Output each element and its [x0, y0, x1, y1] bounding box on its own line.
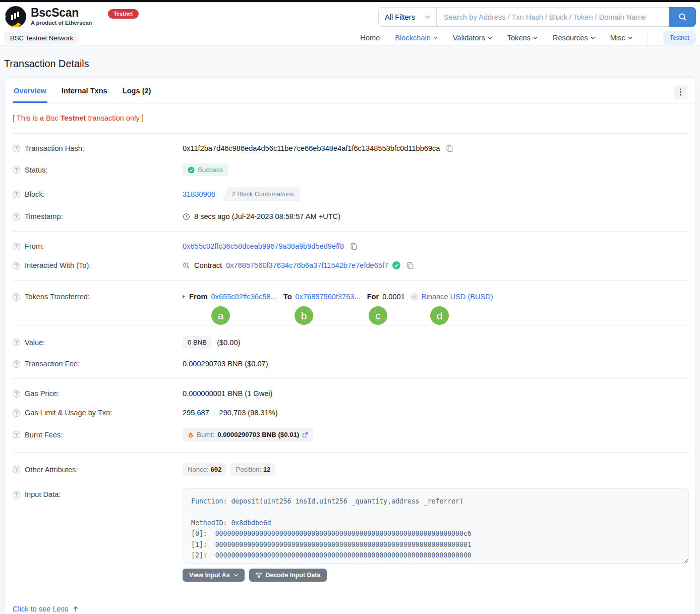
- help-icon[interactable]: [13, 491, 20, 498]
- help-icon[interactable]: [13, 293, 20, 301]
- help-icon[interactable]: [13, 166, 20, 174]
- position-label: Position:: [236, 466, 261, 473]
- nav-item-label: Misc: [610, 34, 625, 42]
- nav-item-label: Validators: [453, 34, 485, 42]
- brand-subtitle: A product of Etherscan: [31, 20, 92, 26]
- row-from: From: 0x655c02ffc36c58dceab99679a38a9b9d…: [13, 237, 687, 256]
- transaction-hash-value: 0x11f2ba7d46c986eda4d56c11be7ce66eb348e4…: [183, 144, 440, 152]
- zoom-in-icon[interactable]: [183, 262, 190, 269]
- nav-item-label: Tokens: [507, 34, 531, 42]
- nav-divider: [648, 31, 648, 44]
- more-options-button[interactable]: [674, 85, 687, 99]
- nonce-value: 692: [210, 466, 221, 473]
- nav-item-label: Home: [360, 34, 380, 42]
- page-title: Transaction Details: [4, 58, 696, 70]
- row-status: Status: Success: [13, 158, 687, 182]
- gas-price-value: 0.000000001 BNB (1 Gwei): [183, 389, 272, 398]
- brand[interactable]: BscScan A product of Etherscan Testnet: [5, 6, 139, 27]
- check-circle-icon: [188, 166, 195, 174]
- arrow-up-icon: [73, 606, 79, 612]
- row-label-text: Transaction Fee:: [25, 360, 80, 368]
- from-address-link[interactable]: 0x655c02ffc36c58dceab99679a38a9b9d5ed9ef…: [183, 242, 344, 250]
- tab-overview[interactable]: Overview: [13, 85, 47, 103]
- nav-item-tokens[interactable]: Tokens: [507, 34, 538, 42]
- network-button[interactable]: BSC Testnet Network: [4, 32, 79, 44]
- help-icon[interactable]: [13, 431, 20, 438]
- row-label-text: Interacted With (To):: [25, 261, 91, 269]
- chevron-down-icon: [628, 36, 632, 39]
- brand-text: BscScan A product of Etherscan: [31, 6, 92, 26]
- help-icon[interactable]: [13, 262, 20, 269]
- help-icon[interactable]: [13, 191, 20, 198]
- row-label-text: Tokens Transferred:: [25, 293, 90, 301]
- row-interacted-with: Interacted With (To): Contract 0x7685756…: [13, 256, 687, 275]
- help-icon[interactable]: [13, 213, 20, 220]
- filter-dropdown[interactable]: All Filters: [379, 8, 437, 26]
- help-icon[interactable]: [13, 409, 20, 417]
- contract-address-link[interactable]: 0x76857560f37634c76b6a37f11542b7e7efde65…: [226, 261, 388, 269]
- input-data-textarea[interactable]: Function: deposit(uint256 insId,uint256 …: [183, 488, 689, 564]
- search-button[interactable]: [669, 7, 696, 27]
- nav-item-label: Resources: [553, 34, 588, 42]
- nav-item-blockchain[interactable]: Blockchain: [395, 34, 438, 42]
- tab-logs[interactable]: Logs (2): [122, 85, 152, 103]
- value-bnb-chip: 0 BNB: [183, 336, 212, 349]
- help-icon[interactable]: [13, 145, 20, 152]
- help-icon[interactable]: [13, 339, 20, 346]
- row-value: Value: 0 BNB ($0.00): [13, 330, 687, 354]
- section-gas: Gas Price: 0.000000001 BNB (1 Gwei) Gas …: [13, 379, 687, 453]
- token-name-link[interactable]: Binance USD (BUSD): [422, 293, 493, 301]
- section-other: Other Attributes: Nonce: 692 Position: 1…: [13, 453, 687, 595]
- nav-item-misc[interactable]: Misc: [610, 34, 632, 42]
- see-less-link[interactable]: Click to see Less: [13, 605, 79, 613]
- bscscan-logo: [5, 6, 26, 27]
- external-link-icon[interactable]: [302, 432, 308, 438]
- testnet-network-switcher[interactable]: Testnet: [663, 31, 696, 45]
- chevron-down-icon: [533, 36, 538, 39]
- tokens-from-label: From: [189, 293, 207, 301]
- section-footer: Click to see Less: [13, 595, 687, 614]
- section-summary: Transaction Hash: 0x11f2ba7d46c986eda4d5…: [13, 134, 687, 232]
- burnt-prefix: Burnt:: [197, 431, 214, 438]
- clock-icon: [183, 213, 190, 220]
- tokens-to-address[interactable]: 0x76857560f3763...: [296, 293, 361, 301]
- nonce-label: Nonce:: [188, 466, 209, 473]
- view-input-as-button[interactable]: View Input As: [183, 569, 245, 582]
- transaction-fee-value: 0.000290703 BNB ($0.07): [183, 360, 268, 368]
- row-other-attributes: Other Attributes: Nonce: 692 Position: 1…: [13, 458, 687, 481]
- tokens-for-label: For: [367, 293, 379, 301]
- row-gas-price: Gas Price: 0.000000001 BNB (1 Gwei): [13, 384, 687, 403]
- search-bar: All Filters: [378, 7, 696, 27]
- help-icon[interactable]: [13, 390, 20, 398]
- row-label-text: Block:: [25, 190, 45, 198]
- row-label-text: Transaction Hash:: [25, 144, 84, 152]
- page: Transaction Details Overview Internal Tx…: [0, 58, 700, 614]
- nonce-badge: Nonce: 692: [183, 463, 226, 476]
- filter-dropdown-label: All Filters: [385, 13, 415, 21]
- section-tokens-transferred: Tokens Transferred: From 0x655c02ffc36c5…: [13, 281, 687, 325]
- row-block: Block: 31830906 2 Block Confirmations: [13, 182, 687, 207]
- block-number-link[interactable]: 31830906: [183, 190, 215, 198]
- decode-input-data-button[interactable]: Decode Input Data: [249, 569, 327, 582]
- copy-icon[interactable]: [406, 262, 414, 269]
- copy-icon[interactable]: [446, 145, 453, 152]
- nav-item-validators[interactable]: Validators: [453, 34, 492, 42]
- help-icon[interactable]: [13, 243, 20, 250]
- search-input[interactable]: [437, 8, 669, 26]
- card-header: Overview Internal Txns Logs (2): [5, 78, 695, 103]
- copy-icon[interactable]: [350, 243, 358, 250]
- row-label-text: Timestamp:: [25, 212, 63, 220]
- notice-suffix: transaction only ]: [86, 114, 143, 122]
- help-icon[interactable]: [13, 360, 20, 368]
- status-text: Success: [198, 166, 223, 174]
- tokens-from-address[interactable]: 0x655c02ffc36c58...: [211, 293, 276, 301]
- tab-internal-txns[interactable]: Internal Txns: [61, 85, 108, 103]
- nav-item-home[interactable]: Home: [360, 34, 380, 42]
- row-label-text: Input Data:: [25, 490, 61, 498]
- row-label-text: Burnt Fees:: [25, 431, 63, 439]
- nav-item-resources[interactable]: Resources: [553, 34, 595, 42]
- testnet-badge: Testnet: [108, 9, 138, 19]
- brand-name: BscScan: [31, 6, 92, 19]
- logo-swoosh: [5, 7, 24, 27]
- help-icon[interactable]: [13, 466, 20, 473]
